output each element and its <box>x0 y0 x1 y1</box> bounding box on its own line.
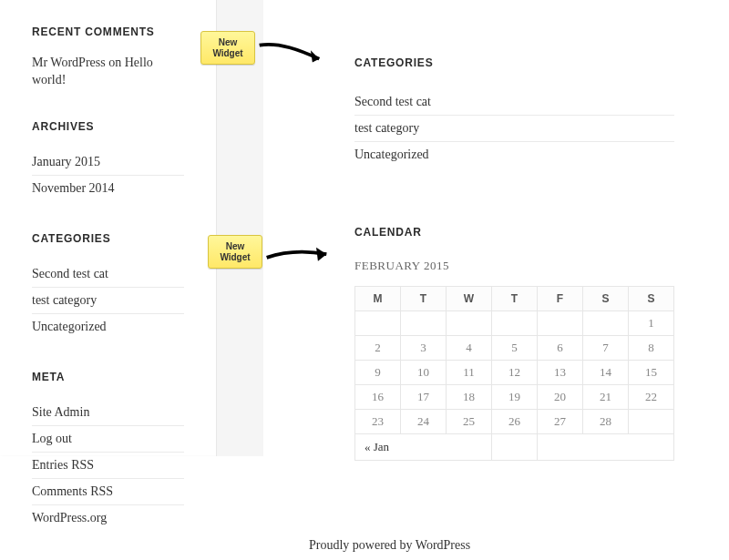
calendar-day[interactable]: 18 <box>447 385 492 410</box>
meta-link[interactable]: WordPress.org <box>32 511 107 524</box>
category-link[interactable]: Uncategorized <box>354 148 429 161</box>
archives-heading: ARCHIVES <box>32 120 184 133</box>
calendar-day[interactable]: 8 <box>629 336 674 361</box>
meta-link[interactable]: Log out <box>32 432 72 445</box>
calendar-day[interactable]: 11 <box>447 361 492 385</box>
widget-categories-left: CATEGORIES Second test cat test category… <box>32 232 184 340</box>
calendar-day[interactable]: 16 <box>355 385 401 410</box>
meta-item[interactable]: Log out <box>32 426 184 453</box>
callout-new-widget-1: New Widget <box>200 31 255 65</box>
calendar-day[interactable]: 4 <box>447 336 492 361</box>
widget-archives: ARCHIVES January 2015 November 2014 <box>32 120 184 201</box>
calendar-day[interactable]: 17 <box>401 385 447 410</box>
calendar-day[interactable]: 28 <box>583 410 629 434</box>
meta-item[interactable]: WordPress.org <box>32 505 184 531</box>
calendar-day[interactable]: 22 <box>629 385 674 410</box>
calendar-dow: W <box>447 287 492 311</box>
category-item[interactable]: Second test cat <box>32 261 184 288</box>
archive-item[interactable]: January 2015 <box>32 149 184 176</box>
calendar-day[interactable]: 19 <box>492 385 538 410</box>
calendar-day[interactable]: 2 <box>355 336 401 361</box>
widget-calendar: CALENDAR FEBRUARY 2015 M T W T F S S <box>354 226 674 461</box>
svg-marker-1 <box>316 248 326 261</box>
meta-item[interactable]: Comments RSS <box>32 479 184 505</box>
archive-link[interactable]: January 2015 <box>32 155 100 168</box>
calendar-day[interactable]: 9 <box>355 361 401 385</box>
calendar-dow: T <box>492 287 538 311</box>
svg-marker-0 <box>311 50 319 62</box>
category-item[interactable]: Second test cat <box>354 89 674 116</box>
categories-heading-left: CATEGORIES <box>32 232 184 245</box>
callout-new-widget-2: New Widget <box>208 235 262 269</box>
comment-on-text: on <box>106 56 125 69</box>
calendar-day[interactable] <box>492 311 538 336</box>
calendar-day[interactable] <box>447 311 492 336</box>
meta-heading: META <box>32 371 184 383</box>
meta-link[interactable]: Comments RSS <box>32 484 113 498</box>
calendar-prev-link[interactable]: « Jan <box>364 440 389 453</box>
calendar-day[interactable]: 12 <box>492 361 538 385</box>
archives-list: January 2015 November 2014 <box>32 149 184 201</box>
meta-link[interactable]: Entries RSS <box>32 458 94 472</box>
calendar-day[interactable] <box>583 311 629 336</box>
calendar-day[interactable]: 5 <box>492 336 538 361</box>
category-item[interactable]: test category <box>32 288 184 314</box>
category-link[interactable]: test category <box>32 293 97 307</box>
category-link[interactable]: test category <box>354 121 419 135</box>
meta-list: Site Admin Log out Entries RSS Comments … <box>32 400 184 531</box>
calendar-day[interactable] <box>538 311 583 336</box>
calendar-day[interactable]: 26 <box>492 410 538 434</box>
category-item[interactable]: Uncategorized <box>32 314 184 340</box>
archive-link[interactable]: November 2014 <box>32 181 115 195</box>
meta-link[interactable]: Site Admin <box>32 405 89 419</box>
calendar-heading: CALENDAR <box>354 226 674 239</box>
calendar-month: FEBRUARY 2015 <box>354 259 674 273</box>
category-item[interactable]: Uncategorized <box>354 142 674 168</box>
calendar-dow: S <box>629 287 674 311</box>
calendar-day[interactable] <box>401 311 447 336</box>
meta-item[interactable]: Site Admin <box>32 400 184 426</box>
archive-item[interactable]: November 2014 <box>32 176 184 201</box>
categories-list-right: Second test cat test category Uncategori… <box>354 89 674 168</box>
calendar-foot-pad <box>492 434 538 461</box>
category-link[interactable]: Uncategorized <box>32 320 107 333</box>
calendar-day[interactable]: 23 <box>355 410 401 434</box>
calendar-dow: M <box>355 287 401 311</box>
calendar-day[interactable]: 20 <box>538 385 583 410</box>
calendar-prev[interactable]: « Jan <box>355 434 492 461</box>
calendar-table: M T W T F S S 1 <box>354 286 674 461</box>
divider-band <box>216 0 263 456</box>
calendar-day[interactable]: 13 <box>538 361 583 385</box>
calendar-dow: T <box>401 287 447 311</box>
calendar-day[interactable]: 27 <box>538 410 583 434</box>
calendar-day[interactable]: 6 <box>538 336 583 361</box>
content-sidebar: CATEGORIES Second test cat test category… <box>263 0 729 560</box>
calendar-day[interactable]: 21 <box>583 385 629 410</box>
calendar-day[interactable]: 25 <box>447 410 492 434</box>
left-sidebar: RECENT COMMENTS Mr WordPress on Hello wo… <box>0 0 216 455</box>
calendar-day[interactable]: 15 <box>629 361 674 385</box>
calendar-day[interactable]: 7 <box>583 336 629 361</box>
calendar-day[interactable]: 10 <box>401 361 447 385</box>
calendar-next <box>538 434 674 461</box>
calendar-day[interactable]: 1 <box>629 311 674 336</box>
calendar-day[interactable]: 14 <box>583 361 629 385</box>
calendar-day[interactable] <box>629 410 674 434</box>
widget-categories-right: CATEGORIES Second test cat test category… <box>354 56 674 168</box>
arrow-icon <box>262 242 344 270</box>
calendar-dow: F <box>538 287 583 311</box>
widget-meta: META Site Admin Log out Entries RSS Comm… <box>32 371 184 531</box>
meta-item[interactable]: Entries RSS <box>32 453 184 479</box>
calendar-day[interactable]: 24 <box>401 410 447 434</box>
arrow-icon <box>255 40 337 67</box>
widget-recent-comments: RECENT COMMENTS Mr WordPress on Hello wo… <box>32 25 184 89</box>
comment-author-link[interactable]: Mr WordPress <box>32 56 106 69</box>
category-link[interactable]: Second test cat <box>32 267 108 280</box>
calendar-day[interactable]: 3 <box>401 336 447 361</box>
footer-link[interactable]: Proudly powered by WordPress <box>309 538 470 552</box>
footer: Proudly powered by WordPress <box>263 538 729 553</box>
recent-comments-heading: RECENT COMMENTS <box>32 25 184 38</box>
category-link[interactable]: Second test cat <box>354 95 431 108</box>
calendar-day[interactable] <box>355 311 401 336</box>
category-item[interactable]: test category <box>354 116 674 142</box>
